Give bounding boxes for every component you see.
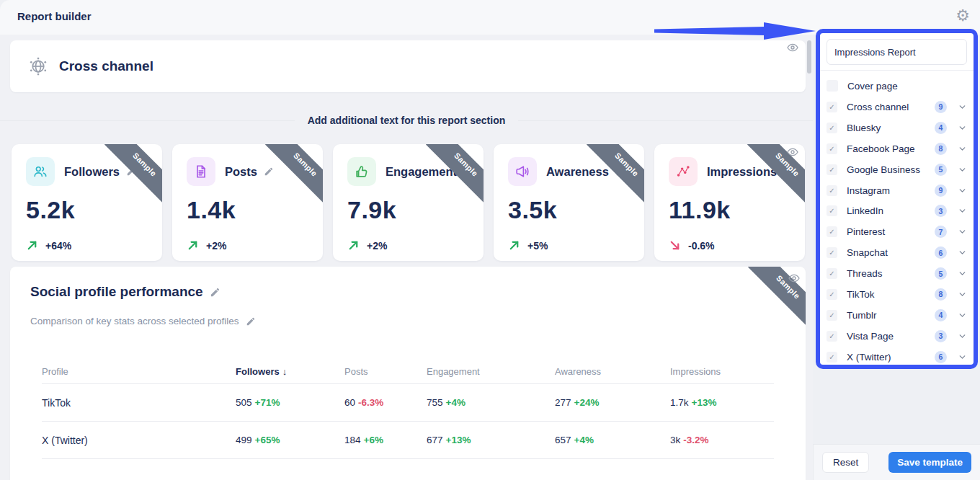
sidebar-item-linkedin[interactable]: LinkedIn 3	[827, 200, 967, 221]
metric-value: 7.9k	[347, 196, 469, 224]
metric-change: +2%	[206, 240, 226, 252]
chevron-down-icon[interactable]	[958, 248, 967, 257]
checkbox-check-icon[interactable]	[827, 226, 837, 237]
cell-value: 60	[344, 397, 355, 408]
cover-page-checkbox[interactable]	[827, 80, 838, 92]
hide-cards-eye-icon[interactable]	[787, 146, 798, 158]
section-count-badge: 4	[935, 122, 947, 134]
profile-name: X (Twitter)	[42, 435, 236, 446]
cross-channel-title: Cross channel	[59, 58, 153, 74]
col-impressions[interactable]: Impressions	[670, 366, 806, 377]
section-count-badge: 4	[935, 309, 947, 321]
metric-card-engagement: Engagement 7.9k +2% Sample	[333, 144, 484, 261]
add-text-prompt[interactable]: Add additional text for this report sect…	[0, 114, 813, 127]
metric-label: Engagement	[386, 165, 457, 179]
checkbox-check-icon[interactable]	[827, 123, 837, 133]
col-awareness[interactable]: Awareness	[555, 366, 670, 377]
checkbox-check-icon[interactable]	[827, 102, 837, 112]
cover-page-row[interactable]: Cover page	[827, 75, 967, 97]
trend-arrow-icon	[26, 239, 38, 252]
checkbox-check-icon[interactable]	[827, 310, 837, 321]
checkbox-check-icon[interactable]	[827, 185, 837, 196]
trend-arrow-icon	[347, 239, 360, 252]
sidebar-item-cross-channel[interactable]: Cross channel 9	[827, 97, 967, 117]
metric-label: Posts	[225, 165, 257, 179]
metric-value: 3.5k	[508, 196, 630, 224]
cell-change: -6.3%	[358, 397, 383, 408]
sidebar-item-x-twitter[interactable]: X (Twitter) 6	[827, 347, 967, 368]
checkbox-check-icon[interactable]	[827, 247, 837, 258]
cell-value: 755	[427, 397, 443, 408]
cell-value: 184	[344, 435, 361, 445]
gear-icon[interactable]: ⚙	[956, 8, 970, 24]
col-profile[interactable]: Profile	[42, 366, 236, 377]
col-followers-sorted[interactable]: Followers↓	[236, 366, 344, 377]
section-count-badge: 3	[935, 205, 947, 217]
chevron-down-icon[interactable]	[958, 144, 967, 154]
col-posts[interactable]: Posts	[344, 366, 427, 377]
chevron-down-icon[interactable]	[958, 102, 967, 112]
sidebar-item-tumblr[interactable]: Tumblr 4	[827, 305, 967, 326]
metric-cards-row: Followers 5.2k +64% Sample	[12, 144, 806, 261]
report-name-input[interactable]	[827, 39, 967, 65]
edit-pencil-icon[interactable]	[264, 166, 274, 177]
metric-card-impressions: Impressions 11.9k -0.6% Sample	[654, 144, 805, 261]
sidebar-item-instagram[interactable]: Instagram 9	[827, 180, 967, 201]
save-template-button[interactable]: Save template	[888, 452, 971, 473]
checkbox-check-icon[interactable]	[827, 164, 837, 175]
metric-value: 1.4k	[187, 196, 308, 224]
trend-arrow-icon	[187, 239, 199, 252]
sidebar-item-bluesky[interactable]: Bluesky 4	[827, 117, 967, 138]
cell-change: +65%	[255, 435, 280, 445]
cell-change: +13%	[692, 397, 717, 408]
checkbox-check-icon[interactable]	[827, 331, 837, 342]
reset-button[interactable]: Reset	[822, 452, 869, 473]
section-count-badge: 8	[935, 288, 947, 301]
checkbox-check-icon[interactable]	[827, 289, 837, 300]
chevron-down-icon[interactable]	[958, 332, 967, 341]
chevron-down-icon[interactable]	[958, 206, 967, 215]
chevron-down-icon[interactable]	[958, 227, 967, 236]
chevron-down-icon[interactable]	[958, 352, 967, 362]
cell-value: 505	[236, 397, 252, 408]
sidebar-item-snapchat[interactable]: Snapchat 6	[827, 242, 967, 263]
section-count-badge: 5	[935, 267, 947, 280]
checkbox-check-icon[interactable]	[827, 268, 837, 279]
sidebar-item-facebook-page[interactable]: Facebook Page 8	[827, 138, 967, 159]
chevron-down-icon[interactable]	[958, 311, 967, 320]
annotation-arrow	[654, 18, 816, 44]
edit-pencil-icon[interactable]	[210, 287, 220, 298]
table-row-x-twitter: X (Twitter) 499+65% 184+6% 677+13% 657+4…	[10, 422, 806, 458]
chevron-down-icon[interactable]	[958, 123, 967, 133]
scrollbar-thumb[interactable]	[807, 40, 811, 74]
posts-document-icon	[187, 157, 215, 186]
awareness-megaphone-icon	[508, 157, 537, 186]
section-count-badge: 7	[935, 226, 947, 238]
sidebar-item-threads[interactable]: Threads 5	[827, 263, 967, 284]
col-engagement[interactable]: Engagement	[427, 366, 555, 377]
report-sections-panel: Cover page Cross channel 9 Bluesky 4 Fac…	[816, 29, 978, 369]
edit-pencil-icon[interactable]	[246, 316, 256, 326]
checkbox-check-icon[interactable]	[827, 205, 837, 216]
checkbox-check-icon[interactable]	[827, 352, 837, 363]
sidebar-item-google-business[interactable]: Google Business 5	[827, 159, 967, 180]
cross-channel-section-header: Cross channel	[10, 40, 806, 92]
hide-performance-eye-icon[interactable]	[788, 272, 800, 284]
impressions-scatter-icon	[669, 157, 698, 186]
section-count-badge: 9	[935, 185, 947, 197]
chevron-down-icon[interactable]	[958, 165, 967, 174]
page-title: Report builder	[17, 10, 92, 22]
cell-value: 499	[236, 435, 252, 445]
cell-change: +71%	[255, 397, 280, 408]
chevron-down-icon[interactable]	[958, 290, 967, 299]
trend-arrow-icon	[508, 239, 520, 252]
cell-change: +4%	[574, 435, 594, 445]
chevron-down-icon[interactable]	[958, 269, 967, 278]
sidebar-item-tiktok[interactable]: TikTok 8	[827, 284, 967, 305]
cell-change: +6%	[364, 435, 383, 445]
trend-arrow-icon	[669, 239, 681, 252]
chevron-down-icon[interactable]	[958, 186, 967, 195]
sidebar-item-pinterest[interactable]: Pinterest 7	[827, 221, 967, 242]
checkbox-check-icon[interactable]	[827, 143, 837, 154]
sidebar-item-vista-page[interactable]: Vista Page 3	[827, 326, 967, 347]
